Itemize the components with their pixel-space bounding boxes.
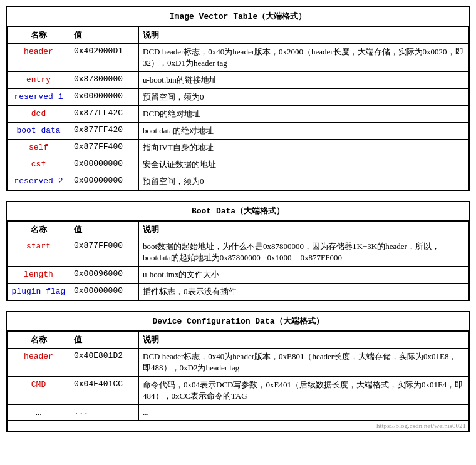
watermark: https://blog.csdn.net/weinis0021 [8,421,469,431]
app-container: Image Vector Table（大端格式）名称值说明header0x402… [6,6,470,432]
table-dcd-table: 名称值说明header0x40E801D2DCD header标志，0x40为h… [7,331,469,431]
cell-desc-1: 命令代码，0x04表示DCD写参数，0xE401（后续数据长度，大端格式，实际为… [139,377,469,405]
cell-desc-1: u-boot.imx的文件大小 [139,267,469,284]
cell-value-1: 0x00096000 [70,267,139,284]
col-header-2: 说明 [139,222,469,238]
cell-value-6: 0x00000000 [70,156,139,173]
cell-desc-2: 预留空间，须为0 [139,89,469,106]
col-header-2: 说明 [139,332,469,349]
table-row: CMD0x04E401CC命令代码，0x04表示DCD写参数，0xE401（后续… [8,377,469,405]
table-row: self0x877FF400指向IVT自身的地址 [8,140,469,156]
table-row: plugin flag0x00000000插件标志，0表示没有插件 [8,284,469,300]
col-header-0: 名称 [8,27,70,44]
cell-name-2: plugin flag [8,284,70,300]
cell-value-2: ... [70,405,139,421]
col-header-1: 值 [70,27,139,44]
cell-name-4: boot data [8,123,70,140]
cell-name-7: reserved 2 [8,173,70,190]
cell-value-4: 0x877FF420 [70,123,139,140]
cell-desc-4: boot data的绝对地址 [139,123,469,140]
table-row: header0x402000D1DCD header标志，0x40为header… [8,44,469,72]
table-row: reserved 10x00000000预留空间，须为0 [8,89,469,106]
col-header-0: 名称 [8,332,70,349]
col-header-2: 说明 [139,27,469,44]
cell-desc-3: DCD的绝对地址 [139,106,469,123]
cell-desc-7: 预留空间，须为0 [139,173,469,190]
cell-value-0: 0x40E801D2 [70,349,139,377]
cell-value-2: 0x00000000 [70,89,139,106]
table-row: entry0x87800000u-boot.bin的链接地址 [8,72,469,89]
section-title-2: Device Configuration Data（大端格式） [7,312,469,331]
cell-desc-0: boot数据的起始地址，为什么不是0x87800000，因为存储器1K+3K的h… [139,238,469,267]
cell-name-0: header [8,44,70,72]
cell-value-3: 0x877FF42C [70,106,139,123]
table-boot-data-table: 名称值说明start0x877FF000boot数据的起始地址，为什么不是0x8… [7,221,469,300]
cell-desc-5: 指向IVT自身的地址 [139,140,469,156]
col-header-1: 值 [70,332,139,349]
table-row: reserved 20x00000000预留空间，须为0 [8,173,469,190]
cell-desc-0: DCD header标志，0x40为header版本，0x2000（header… [139,44,469,72]
table-ivt-table: 名称值说明header0x402000D1DCD header标志，0x40为h… [7,26,469,190]
table-row: length0x00096000u-boot.imx的文件大小 [8,267,469,284]
cell-value-7: 0x00000000 [70,173,139,190]
cell-name-1: length [8,267,70,284]
cell-desc-6: 安全认证数据的地址 [139,156,469,173]
table-row: header0x40E801D2DCD header标志，0x40为header… [8,349,469,377]
cell-name-2: ... [8,405,70,421]
cell-name-0: header [8,349,70,377]
col-header-1: 值 [70,222,139,238]
cell-name-5: self [8,140,70,156]
section-title-0: Image Vector Table（大端格式） [7,7,469,26]
cell-desc-2: 插件标志，0表示没有插件 [139,284,469,300]
cell-value-0: 0x402000D1 [70,44,139,72]
section-title-1: Boot Data（大端格式） [7,202,469,221]
section-dcd-table: Device Configuration Data（大端格式）名称值说明head… [6,311,470,432]
table-row: start0x877FF000boot数据的起始地址，为什么不是0x878000… [8,238,469,267]
cell-desc-1: u-boot.bin的链接地址 [139,72,469,89]
cell-desc-0: DCD header标志，0x40为header版本，0xE801（header… [139,349,469,377]
cell-value-5: 0x877FF400 [70,140,139,156]
cell-name-1: CMD [8,377,70,405]
cell-value-2: 0x00000000 [70,284,139,300]
cell-name-6: csf [8,156,70,173]
cell-name-1: entry [8,72,70,89]
cell-value-0: 0x877FF000 [70,238,139,267]
col-header-0: 名称 [8,222,70,238]
table-row: boot data0x877FF420boot data的绝对地址 [8,123,469,140]
cell-name-2: reserved 1 [8,89,70,106]
table-row: csf0x00000000安全认证数据的地址 [8,156,469,173]
cell-value-1: 0x87800000 [70,72,139,89]
section-boot-data-table: Boot Data（大端格式）名称值说明start0x877FF000boot数… [6,201,470,301]
cell-value-1: 0x04E401CC [70,377,139,405]
table-row: dcd0x877FF42CDCD的绝对地址 [8,106,469,123]
table-row: ......... [8,405,469,421]
cell-name-3: dcd [8,106,70,123]
cell-desc-2: ... [139,405,469,421]
cell-name-0: start [8,238,70,267]
section-ivt-table: Image Vector Table（大端格式）名称值说明header0x402… [6,6,470,191]
